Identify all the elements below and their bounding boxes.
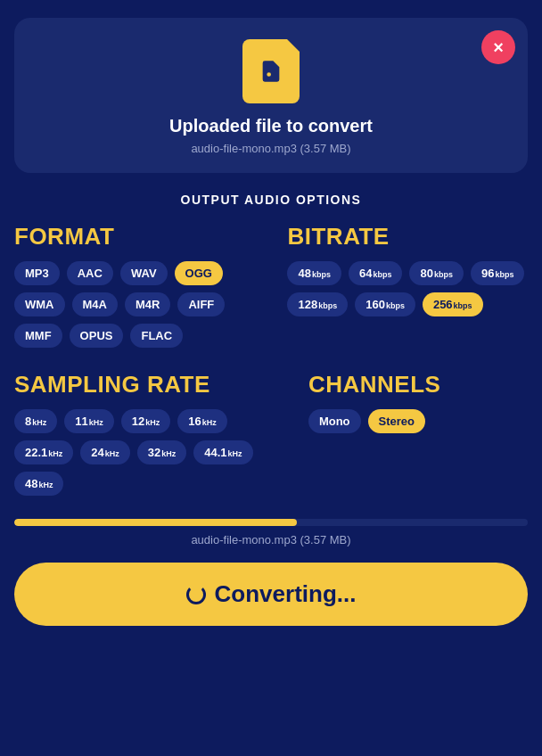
format-chip-ogg[interactable]: OGG (175, 261, 223, 285)
loading-spinner (186, 585, 206, 604)
channels-title: CHANNELS (308, 371, 528, 399)
sampling-chip-32[interactable]: 32kHz (137, 440, 186, 464)
bitrate-chip-96[interactable]: 96kbps (471, 261, 524, 285)
format-chip-wav[interactable]: WAV (120, 261, 168, 285)
sampling-chips-row3: 48kHz (14, 472, 300, 496)
sampling-chip-24[interactable]: 24kHz (80, 440, 129, 464)
close-button[interactable]: × (481, 30, 515, 64)
bitrate-chips-row2: 128kbps160kbps256kbps (287, 292, 528, 316)
format-group: FORMAT MP3AACWAVOGG WMAM4AM4RAIFF MMFOPU… (14, 223, 278, 355)
channel-chip-mono[interactable]: Mono (308, 409, 361, 433)
convert-button[interactable]: Converting... (14, 563, 528, 626)
format-chips-row2: WMAM4AM4RAIFF (14, 292, 278, 316)
file-icon (242, 39, 300, 103)
upload-subtitle: audio-file-mono.mp3 (3.57 MB) (191, 142, 350, 155)
audio-file-svg (259, 59, 283, 84)
format-chip-mmf[interactable]: MMF (14, 324, 62, 348)
channels-chips-row: MonoStereo (308, 409, 528, 433)
bitrate-chip-256[interactable]: 256kbps (423, 292, 483, 316)
format-chip-m4r[interactable]: M4R (125, 292, 170, 316)
sampling-channels-row: SAMPLING RATE 8kHz11kHz12kHz16kHz 22.1kH… (14, 371, 528, 503)
sampling-chip-22.1[interactable]: 22.1kHz (14, 440, 73, 464)
sampling-chip-16[interactable]: 16kHz (177, 409, 226, 433)
format-chip-m4a[interactable]: M4A (72, 292, 118, 316)
channels-group: CHANNELS MonoStereo (308, 371, 528, 503)
bitrate-title: BITRATE (287, 223, 528, 251)
format-bitrate-row: FORMAT MP3AACWAVOGG WMAM4AM4RAIFF MMFOPU… (14, 223, 528, 355)
sampling-chip-12[interactable]: 12kHz (121, 409, 170, 433)
format-chip-aac[interactable]: AAC (67, 261, 113, 285)
format-title: FORMAT (14, 223, 278, 251)
sampling-chips-row1: 8kHz11kHz12kHz16kHz (14, 409, 300, 433)
sampling-chip-11[interactable]: 11kHz (64, 409, 113, 433)
sampling-title: SAMPLING RATE (14, 371, 300, 399)
bitrate-chips-row1: 48kbps64kbps80kbps96kbps (287, 261, 528, 285)
sampling-group: SAMPLING RATE 8kHz11kHz12kHz16kHz 22.1kH… (14, 371, 300, 503)
format-chip-mp3[interactable]: MP3 (14, 261, 60, 285)
bitrate-chip-128[interactable]: 128kbps (287, 292, 348, 316)
bitrate-chip-80[interactable]: 80kbps (409, 261, 463, 285)
format-chip-wma[interactable]: WMA (14, 292, 65, 316)
format-chips-row1: MP3AACWAVOGG (14, 261, 278, 285)
sampling-chip-8[interactable]: 8kHz (14, 409, 57, 433)
progress-area: audio-file-mono.mp3 (3.57 MB) (14, 519, 528, 546)
sampling-chip-44.1[interactable]: 44.1kHz (193, 440, 252, 464)
convert-label: Converting... (215, 580, 357, 608)
format-chip-opus[interactable]: OPUS (70, 324, 124, 348)
upload-title: Uploaded file to convert (169, 116, 373, 136)
sampling-chips-row2: 22.1kHz24kHz32kHz44.1kHz (14, 440, 300, 464)
bitrate-chip-64[interactable]: 64kbps (349, 261, 402, 285)
bitrate-group: BITRATE 48kbps64kbps80kbps96kbps 128kbps… (287, 223, 528, 355)
sampling-chip-48[interactable]: 48kHz (14, 472, 63, 496)
format-chip-aiff[interactable]: AIFF (177, 292, 225, 316)
format-chips-row3: MMFOPUSFLAC (14, 324, 278, 348)
progress-bar-fill (14, 519, 297, 526)
upload-card: × Uploaded file to convert audio-file-mo… (14, 18, 528, 173)
bitrate-chip-160[interactable]: 160kbps (355, 292, 415, 316)
section-label: OUTPUT AUDIO OPTIONS (181, 193, 362, 207)
progress-bar-background (14, 519, 528, 526)
bitrate-chip-48[interactable]: 48kbps (287, 261, 341, 285)
channel-chip-stereo[interactable]: Stereo (368, 409, 425, 433)
format-chip-flac[interactable]: FLAC (130, 324, 183, 348)
progress-filename: audio-file-mono.mp3 (3.57 MB) (14, 533, 528, 546)
close-icon: × (493, 37, 504, 58)
